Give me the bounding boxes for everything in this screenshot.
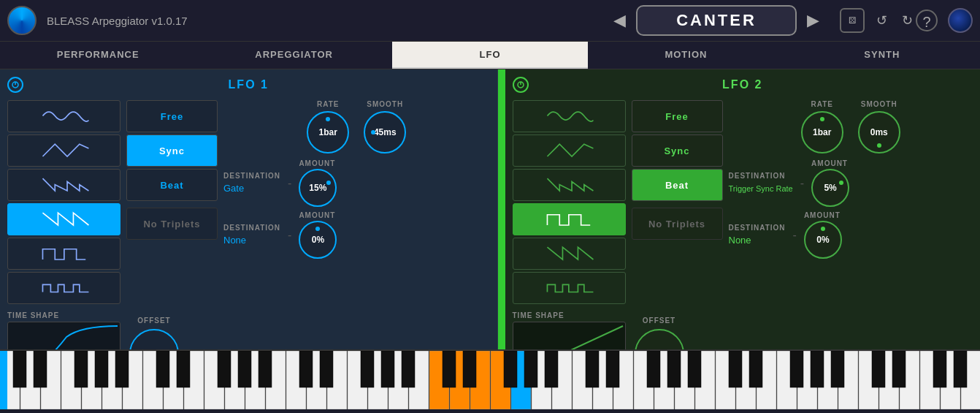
svg-rect-65 — [361, 351, 374, 387]
lfo2-wave-triangle[interactable] — [513, 134, 626, 167]
svg-rect-73 — [586, 351, 599, 387]
svg-rect-75 — [647, 351, 660, 387]
svg-rect-85 — [933, 351, 946, 387]
keyboard: .wk { fill: #f0f0f0; stroke: #888; strok… — [0, 349, 980, 409]
lfo2-dest2-label: DESTINATION — [729, 224, 786, 232]
keyboard-svg[interactable]: .wk { fill: #f0f0f0; stroke: #888; strok… — [0, 351, 980, 409]
lfo1-rate-knob[interactable]: 1bar — [307, 111, 349, 154]
lfo1-wave-sawdown[interactable] — [7, 203, 120, 235]
lfo2-rate-knob[interactable]: 1bar — [801, 111, 843, 154]
svg-rect-74 — [606, 351, 619, 387]
randomize-icon[interactable]: ⚄ — [840, 8, 865, 33]
lfo2-sync-notriplets[interactable]: No Triplets — [632, 208, 723, 240]
svg-rect-71 — [524, 351, 537, 387]
nav-tabs: PERFORMANCE ARPEGGIATOR LFO MOTION SYNTH — [0, 42, 980, 69]
lfo1-sync-buttons: Free Sync Beat No Triplets — [126, 100, 218, 304]
lfo1-panel: LFO 1 — [0, 69, 498, 349]
lfo1-waveform-list — [7, 100, 120, 304]
lfo1-smooth-label: SMOOTH — [367, 100, 403, 108]
svg-rect-79 — [749, 351, 762, 387]
header-right-icons: ? — [916, 8, 973, 33]
lfo2-rate-group: RATE 1bar — [801, 100, 843, 154]
svg-rect-83 — [872, 351, 885, 387]
lfo1-controls: RATE 1bar SMOOTH 45ms — [223, 100, 490, 304]
lfo2-controls: RATE 1bar SMOOTH 0ms — [729, 100, 973, 304]
lfo1-smooth-knob[interactable]: 45ms — [364, 111, 406, 154]
lfo1-dest1-value[interactable]: Gate — [223, 183, 244, 194]
globe-icon[interactable] — [948, 8, 973, 33]
lfo1-dest2-value[interactable]: None — [223, 235, 246, 246]
svg-rect-58 — [156, 351, 169, 387]
lfo2-amount1-knob[interactable]: 5% — [811, 169, 849, 207]
preset-next-button[interactable]: ▶ — [801, 8, 825, 33]
lfo2-amount1-group: AMOUNT 5% — [811, 159, 849, 207]
lfo2-sync-sync[interactable]: Sync — [632, 134, 723, 167]
lfo2-amount2-knob[interactable]: 0% — [804, 221, 842, 259]
lfo1-wave-triangle[interactable] — [7, 134, 120, 167]
lfo1-wave-sine[interactable] — [7, 100, 120, 132]
lfo2-amount2-group: AMOUNT 0% — [804, 211, 842, 259]
power-icon — [11, 80, 20, 89]
redo-button[interactable]: ↻ — [899, 10, 916, 31]
lfo1-amount2-knob[interactable]: 0% — [299, 221, 337, 259]
preset-name-display[interactable]: CANTER — [636, 5, 797, 36]
lfo2-accent-bar — [498, 69, 505, 349]
lfo2-wave-sawstep[interactable] — [513, 169, 626, 201]
svg-rect-82 — [831, 351, 844, 387]
power-icon-green — [516, 80, 525, 89]
svg-rect-63 — [299, 351, 313, 387]
lfo1-wave-pulse[interactable] — [7, 272, 120, 304]
lfo2-dest1-value[interactable]: Trigger Sync Rate — [729, 184, 793, 193]
tab-motion[interactable]: MOTION — [588, 42, 784, 69]
svg-rect-70 — [504, 351, 517, 387]
lfo1-dest2-label: DESTINATION — [223, 224, 280, 232]
lfo1-rate-value: 1bar — [319, 127, 337, 137]
lfo2-sync-free[interactable]: Free — [632, 100, 723, 132]
lfo2-wave-sine[interactable] — [513, 100, 626, 132]
plugin-container: BLEASS Arpeggiator v1.0.17 ◀ CANTER ▶ ⚄ … — [0, 0, 980, 413]
tab-performance[interactable]: PERFORMANCE — [0, 42, 196, 69]
lfo2-amount2-label: AMOUNT — [804, 211, 842, 219]
lfo2-wave-saw[interactable] — [513, 238, 626, 270]
lfo1-rate-group: RATE 1bar — [307, 100, 349, 154]
svg-rect-61 — [238, 351, 251, 387]
lfo2-title: LFO 2 — [722, 78, 762, 91]
lfo2-body: Free Sync Beat No Triplets RATE — [513, 100, 973, 304]
lfo1-sync-free[interactable]: Free — [126, 100, 218, 132]
svg-rect-59 — [177, 351, 190, 387]
lfo2-power-button[interactable] — [513, 77, 529, 93]
lfo1-power-button[interactable] — [7, 77, 23, 93]
lfo1-wave-square[interactable] — [7, 238, 120, 270]
lfo2-smooth-knob[interactable]: 0ms — [858, 111, 900, 154]
lfo2-wave-square[interactable] — [513, 203, 626, 235]
preset-prev-button[interactable]: ◀ — [608, 8, 632, 33]
svg-rect-64 — [320, 351, 333, 387]
svg-rect-80 — [790, 351, 803, 387]
lfo1-sync-sync[interactable]: Sync — [126, 134, 218, 167]
svg-rect-60 — [218, 351, 231, 387]
tab-arpeggiator[interactable]: ARPEGGIATOR — [196, 42, 391, 69]
svg-rect-68 — [443, 351, 456, 387]
lfo1-dest2-row: DESTINATION None - AMOUNT 0% — [223, 211, 490, 259]
lfo2-rate-value: 1bar — [813, 127, 831, 137]
tab-lfo[interactable]: LFO — [392, 42, 588, 69]
lfo1-smooth-group: SMOOTH 45ms — [364, 100, 406, 154]
svg-rect-69 — [463, 351, 476, 387]
lfo1-sync-beat[interactable]: Beat — [126, 169, 218, 201]
lfo2-sync-beat[interactable]: Beat — [632, 169, 723, 201]
lfo2-waveform-list — [513, 100, 626, 304]
tab-synth[interactable]: SYNTH — [784, 42, 980, 69]
lfo1-amount2-group: AMOUNT 0% — [299, 211, 337, 259]
lfo2-smooth-label: SMOOTH — [861, 100, 897, 108]
lfo2-timeshape-label: TIME SHAPE — [513, 311, 626, 319]
keys-container: .wk { fill: #f0f0f0; stroke: #888; strok… — [0, 351, 980, 409]
lfo2-wave-pulse[interactable] — [513, 272, 626, 304]
svg-rect-53 — [13, 351, 26, 387]
lfo2-dest2-value[interactable]: None — [729, 235, 751, 246]
lfo2-dest1-group: DESTINATION Trigger Sync Rate — [729, 172, 793, 194]
help-button[interactable]: ? — [916, 10, 938, 31]
lfo1-amount1-knob[interactable]: 15% — [299, 169, 337, 207]
lfo1-wave-sawstep[interactable] — [7, 169, 120, 201]
undo-button[interactable]: ↺ — [873, 10, 890, 31]
lfo1-sync-notriplets[interactable]: No Triplets — [126, 208, 218, 240]
